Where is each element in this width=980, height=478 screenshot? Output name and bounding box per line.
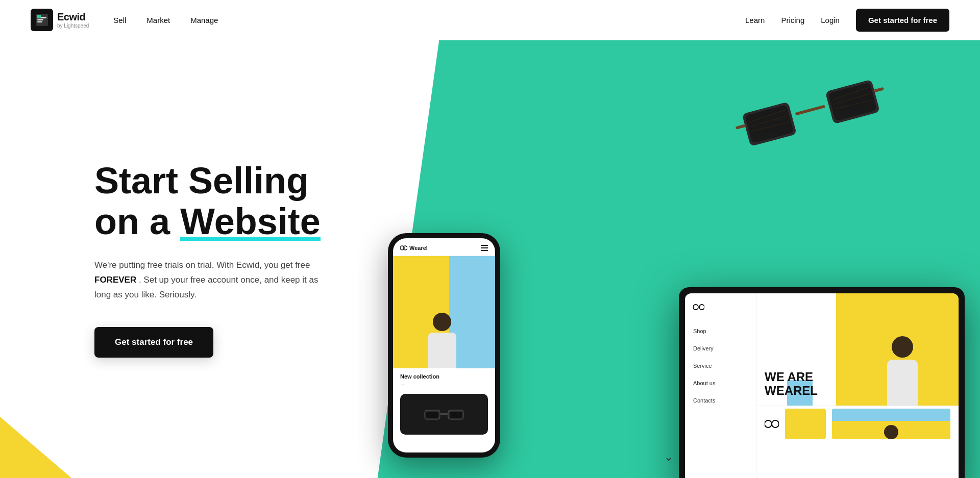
phone-mockup: Wearel (388, 233, 500, 458)
hero-left: Start Selling on a Website We're putting… (0, 40, 357, 478)
hero-section: Start Selling on a Website We're putting… (0, 40, 980, 478)
svg-point-16 (403, 246, 407, 250)
nav-left: Ecwid by Lightspeed Sell Market Manage (31, 9, 218, 31)
tablet-bottom-row (756, 406, 959, 441)
nav-learn[interactable]: Learn (745, 16, 765, 24)
nav-pricing[interactable]: Pricing (781, 16, 804, 24)
hero-right: Wearel (357, 40, 980, 478)
svg-point-23 (699, 305, 704, 310)
nav-market[interactable]: Market (146, 16, 170, 24)
phone-hero-image (393, 256, 495, 368)
nav-manage[interactable]: Manage (190, 16, 218, 24)
svg-rect-6 (828, 82, 877, 121)
hero-subtitle: We're putting free trials on trial. With… (94, 258, 329, 303)
tablet-headline: WE ARE WEAREL (765, 370, 818, 397)
logo-text: Ecwid by Lightspeed (57, 11, 89, 29)
nav-login[interactable]: Login (821, 16, 840, 24)
phone-arrow: → (393, 380, 495, 390)
tablet-nav-delivery: Delivery (685, 340, 756, 357)
nav-links: Sell Market Manage (113, 16, 218, 24)
tablet-bottom-logo (765, 419, 779, 429)
tablet-person-thumb (832, 409, 950, 439)
nav-sell[interactable]: Sell (113, 16, 126, 24)
svg-rect-20 (450, 412, 462, 418)
navbar: Ecwid by Lightspeed Sell Market Manage L… (0, 0, 980, 40)
phone-brand: Wearel (400, 244, 428, 251)
tablet-nav: Shop Delivery Service About us Contacts (685, 323, 756, 409)
phone-product-image (400, 394, 488, 435)
tablet-person (887, 336, 918, 406)
phone-menu-icon (481, 245, 488, 251)
hero-title-highlight: Website (180, 202, 321, 242)
tablet-product-thumb (785, 409, 826, 439)
phone-collection-label: New collection (393, 368, 495, 380)
tablet-hero-section: WE ARE WEAREL (756, 293, 959, 406)
nav-right: Learn Pricing Login Get started for free (745, 9, 949, 32)
svg-rect-21 (440, 413, 448, 415)
svg-point-24 (765, 420, 772, 427)
svg-point-22 (693, 305, 698, 310)
chevron-down-icon[interactable]: ⌄ (664, 450, 673, 464)
tablet-sidebar: Shop Delivery Service About us Contacts (685, 293, 756, 478)
svg-rect-7 (736, 124, 746, 130)
svg-rect-18 (426, 412, 438, 418)
sunglasses-decoration (731, 72, 892, 158)
svg-rect-2 (795, 105, 825, 115)
hero-title: Start Selling on a Website (94, 161, 357, 241)
hero-title-prefix: on a (94, 201, 180, 242)
tablet-nav-about: About us (685, 375, 756, 391)
svg-point-25 (772, 420, 779, 427)
tablet-logo (685, 304, 756, 319)
svg-rect-1 (37, 15, 41, 18)
tablet-main: WE ARE WEAREL (756, 293, 959, 478)
logo-icon (31, 9, 53, 31)
hero-cta-button[interactable]: Get started for free (94, 327, 213, 358)
svg-rect-4 (745, 105, 794, 143)
svg-rect-8 (873, 87, 884, 93)
tablet-nav-service: Service (685, 358, 756, 374)
logo[interactable]: Ecwid by Lightspeed (31, 9, 89, 31)
tablet-mockup: Shop Delivery Service About us Contacts (679, 287, 965, 478)
tablet-nav-shop: Shop (685, 323, 756, 339)
nav-cta-button[interactable]: Get started for free (856, 9, 949, 32)
tablet-nav-contacts: Contacts (685, 392, 756, 409)
